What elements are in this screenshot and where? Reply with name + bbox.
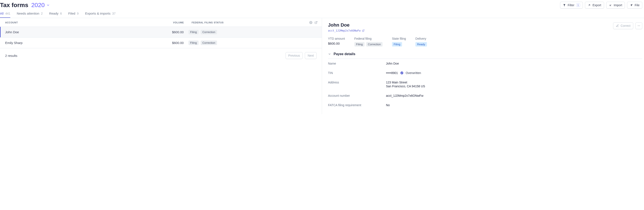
- arrow-up-right-icon: [588, 4, 591, 7]
- previous-button[interactable]: Previous: [286, 52, 303, 59]
- tab-count: 441: [5, 12, 10, 15]
- tab-count: 37: [112, 12, 116, 15]
- filter-icon: [563, 4, 566, 7]
- cell-volume: $600.00: [160, 41, 184, 45]
- pencil-icon: [616, 24, 619, 27]
- chevron-down-icon: [46, 3, 50, 7]
- svg-line-2: [610, 4, 611, 6]
- ytd-label: YTD amount: [328, 37, 345, 40]
- chevron-down-icon: [328, 52, 331, 55]
- export-button[interactable]: Export: [585, 2, 604, 8]
- svg-marker-0: [564, 4, 566, 6]
- cell-account: Emily Sharp: [5, 41, 160, 45]
- tab-count: 2: [41, 12, 43, 15]
- svg-marker-3: [630, 4, 632, 6]
- tab-all[interactable]: All 441: [0, 11, 10, 18]
- tab-label: Filed: [68, 11, 75, 15]
- arrow-down-left-icon: [609, 4, 612, 7]
- col-status: Federal Filing Status: [192, 21, 307, 24]
- import-button[interactable]: Import: [606, 2, 625, 8]
- import-label: Import: [614, 3, 622, 7]
- correct-label: Correct: [620, 24, 630, 27]
- filter-label: Filter: [568, 3, 574, 7]
- more-horizontal-icon: [637, 24, 640, 27]
- cell-volume: $600.00: [160, 30, 184, 34]
- external-link-icon[interactable]: [362, 29, 364, 32]
- fatca-value: No: [386, 103, 390, 107]
- fatca-label: FATCA filing requirement: [328, 103, 386, 107]
- svg-point-4: [310, 22, 311, 23]
- status-badge: Filing: [188, 30, 198, 34]
- delivery-label: Delivery: [416, 37, 427, 40]
- results-count: 2 results: [5, 54, 18, 57]
- status-badge: Filing: [354, 42, 364, 46]
- state-filing-label: State filing: [392, 37, 406, 40]
- tin-label: TIN: [328, 71, 386, 75]
- tab-count: 6: [60, 12, 62, 15]
- status-badge: Ready: [416, 42, 427, 46]
- tab-needs-attention[interactable]: Needs attention 2: [17, 11, 43, 18]
- tab-filed[interactable]: Filed 9: [68, 11, 78, 18]
- account-number-value: acct_1J2Mmp2x7x6ONwFw: [386, 94, 423, 97]
- tabs: All 441 Needs attention 2 Ready 6 Filed …: [0, 8, 644, 18]
- file-label: File: [634, 3, 640, 7]
- status-badge: Correction: [201, 40, 217, 45]
- gear-icon[interactable]: [309, 21, 312, 24]
- svg-line-1: [588, 4, 590, 6]
- tab-label: Needs attention: [17, 11, 39, 15]
- correct-button[interactable]: Correct: [613, 22, 633, 29]
- tab-ready[interactable]: Ready 6: [49, 11, 62, 18]
- year-value: 2020: [31, 2, 45, 8]
- table-row[interactable]: John Doe $600.00 Filing Correction: [0, 27, 322, 37]
- tab-exports-imports[interactable]: Exports & imports 37: [85, 11, 116, 18]
- filter-button[interactable]: Filter 1: [560, 2, 583, 8]
- send-icon: [630, 4, 633, 7]
- filter-count-badge: 1: [576, 3, 580, 7]
- file-button[interactable]: File: [627, 2, 642, 8]
- tab-label: All: [0, 11, 4, 15]
- more-button[interactable]: [636, 22, 642, 29]
- svg-line-6: [363, 30, 364, 31]
- svg-point-7: [638, 25, 638, 26]
- address-line2: San Francisco, CA 94158 US: [386, 84, 425, 88]
- next-label: Next: [308, 54, 314, 57]
- external-link-icon[interactable]: [314, 21, 318, 24]
- status-badge: Correction: [366, 42, 382, 46]
- status-badge: Filing: [188, 40, 198, 45]
- previous-label: Previous: [288, 54, 300, 57]
- svg-point-10: [400, 71, 403, 74]
- detail-name: John Doe: [328, 22, 364, 28]
- col-account: Account: [5, 21, 160, 24]
- payee-name-value: John Doe: [386, 62, 399, 65]
- payee-details-title: Payee details: [334, 52, 355, 56]
- cell-account: John Doe: [5, 30, 160, 34]
- year-selector[interactable]: 2020: [31, 2, 50, 8]
- tab-count: 9: [77, 12, 79, 15]
- status-badge: Correction: [201, 30, 217, 34]
- col-volume: Volume: [160, 21, 184, 24]
- payee-details-toggle[interactable]: Payee details: [328, 51, 642, 59]
- tab-label: Ready: [49, 11, 58, 15]
- federal-filing-label: Federal filing: [354, 37, 382, 40]
- svg-line-5: [316, 21, 317, 23]
- account-number-label: Account number: [328, 94, 386, 97]
- table-header: Account Volume Federal Filing Status: [0, 18, 322, 27]
- tin-note: Overwritten: [406, 71, 421, 75]
- svg-point-8: [639, 25, 639, 26]
- address-line1: 123 Main Street: [386, 81, 425, 84]
- payee-name-label: Name: [328, 62, 386, 65]
- svg-point-9: [640, 25, 640, 26]
- tab-label: Exports & imports: [85, 11, 110, 15]
- table-row[interactable]: Emily Sharp $600.00 Filing Correction: [0, 37, 322, 48]
- ytd-value: $600.00: [328, 42, 345, 45]
- status-badge: Filing: [392, 42, 402, 46]
- page-title: Tax forms: [0, 2, 28, 8]
- address-label: Address: [328, 81, 386, 88]
- check-circle-icon: [400, 71, 404, 75]
- account-id-link[interactable]: acct_1J2Mmp2x7x6ONwFw: [328, 29, 361, 32]
- tin-value: •••••8901: [386, 71, 398, 75]
- next-button[interactable]: Next: [305, 52, 317, 59]
- export-label: Export: [592, 3, 601, 7]
